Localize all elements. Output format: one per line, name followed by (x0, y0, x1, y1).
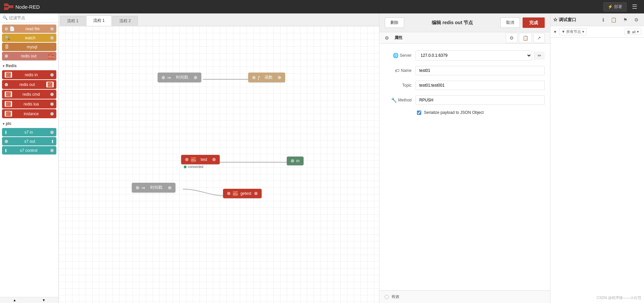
export-tab-icon-btn[interactable]: ↗ (533, 33, 545, 43)
sidebar-search-area: 🔍 (0, 13, 58, 23)
method-label: 🔧 Method (385, 97, 412, 103)
tab-flow2[interactable]: 流程 2 (112, 16, 138, 26)
sidebar-node-s7-control[interactable]: ⫿ s7 control (2, 146, 56, 155)
deploy-button[interactable]: ⚡ 部署 (603, 2, 627, 11)
port-right (50, 27, 54, 31)
right-panel-body (550, 38, 644, 303)
flow-node-getest[interactable]: 🧱 getest (223, 189, 262, 198)
cancel-button[interactable]: 取消 (500, 17, 520, 28)
server-edit-button[interactable]: ✏ (534, 51, 545, 60)
connected-dot (184, 166, 186, 168)
edit-panel-tabs: ⚙ 属性 ⚙ 📋 ↗ (379, 32, 550, 44)
sidebar: 🔍 📄 read file 🔍 watch 🗄 mysql (0, 13, 59, 303)
search-input[interactable] (9, 15, 59, 20)
node-red-logo-icon (4, 3, 13, 10)
menu-button[interactable]: ☰ (629, 2, 640, 12)
copyright-footer: CSDN @程序猿——小白范 (597, 295, 641, 300)
redis-getest-icon: 🧱 (232, 191, 238, 196)
sidebar-node-s7-in[interactable]: ⫿ s7 in (2, 128, 56, 136)
sidebar-node-redis-out2[interactable]: redis out 🧱 (2, 80, 56, 89)
filter-nodes-select[interactable]: ▼ 所有节点 ▾ (559, 28, 587, 35)
book-icon-btn[interactable]: 📋 (608, 16, 619, 24)
file-icon: 📄 (9, 26, 15, 31)
port-left (252, 76, 256, 79)
node-label: getest (239, 191, 252, 196)
canvas-area: 流程 1 流程 1 流程 2 ⇒ 时间戳 (59, 13, 379, 303)
svg-rect-1 (4, 7, 8, 10)
serialize-row: Serialize payload to JSON Object (417, 110, 545, 115)
sidebar-node-read-file[interactable]: 📄 read file (2, 25, 56, 33)
port-left (162, 76, 165, 79)
flow-node-func1[interactable]: ƒ 函数 (248, 73, 285, 82)
flow-node-test[interactable]: 🧱 test (181, 155, 220, 164)
method-select[interactable]: RPUSH LPUSH SET PUBLISH (416, 95, 545, 105)
node-label: 时间戳 (147, 185, 166, 190)
name-input[interactable] (416, 66, 545, 75)
sidebar-node-redis-cmd[interactable]: 🧱 redis cmd (2, 90, 56, 99)
info-icon-btn[interactable]: ℹ (600, 16, 607, 24)
name-form-row: 🏷 Name (385, 66, 545, 75)
sidebar-node-s7-out[interactable]: s7 out ⫿ (2, 137, 56, 145)
port-right (212, 158, 216, 161)
svg-line-4 (8, 7, 9, 9)
node-label: 时间戳 (172, 75, 192, 80)
node-label: redis out (9, 82, 45, 87)
filter-label: ▼ 所有节点 (561, 29, 581, 34)
sidebar-node-instance[interactable]: 🧱 instance (2, 109, 56, 118)
section-redis[interactable]: ▾ Redis (0, 61, 58, 70)
edit-panel-actions-left: 删除 (385, 17, 404, 28)
topbar-left: Node-RED (4, 3, 40, 10)
scroll-up-button[interactable]: ▲ (0, 297, 29, 303)
sidebar-node-watch[interactable]: 🔍 watch (2, 34, 56, 42)
sidebar-node-mysql[interactable]: 🗄 mysql (2, 43, 56, 51)
server-control: 127.0.0.1:6379 ✏ (416, 50, 545, 60)
globe-icon: 🌐 (393, 53, 398, 58)
instance-icon: 🧱 (5, 111, 12, 117)
filter-all-btn[interactable]: 🗑 all ▾ (625, 29, 641, 35)
svg-line-3 (8, 5, 9, 7)
node-label: watch (11, 36, 49, 40)
tabs-bar: 流程 1 流程 1 流程 2 (59, 13, 379, 26)
server-select[interactable]: 127.0.0.1:6379 (416, 51, 532, 60)
sidebar-node-redis-in[interactable]: 🧱 redis in (2, 70, 56, 79)
flow-node-m[interactable]: m (287, 157, 304, 165)
flag-icon-btn[interactable]: ⚑ (621, 16, 630, 24)
delete-button[interactable]: 删除 (385, 17, 404, 28)
filter-icon: ▼ (553, 30, 557, 34)
node-label: test (198, 157, 210, 162)
main-layout: 🔍 📄 read file 🔍 watch 🗄 mysql (0, 13, 644, 303)
port-right (254, 192, 258, 195)
flow-canvas[interactable]: ⇒ 时间戳 ƒ 函数 🧱 test (59, 26, 379, 303)
topic-input[interactable] (416, 81, 545, 90)
section-plc[interactable]: ▾ plc (0, 119, 58, 127)
copyright-text: CSDN @程序猿——小白范 (597, 296, 641, 300)
settings-tab-icon-btn[interactable]: ⚙ (506, 33, 518, 43)
topic-label: Topic (385, 83, 412, 88)
serialize-checkbox[interactable] (417, 111, 421, 115)
port-left (5, 140, 8, 143)
tab-flow1b[interactable]: 流程 1 (86, 15, 112, 26)
flow-node-shijian1[interactable]: ⇒ 时间戳 (158, 73, 201, 82)
edit-panel-title: 编辑 redis out 节点 (432, 20, 473, 26)
node-label: m (296, 159, 300, 163)
gear-tab-icon: ⚙ (385, 35, 389, 41)
right-panel-filter: ▼ ▼ 所有节点 ▾ 🗑 all ▾ (550, 26, 644, 38)
gear-icon-btn[interactable]: ⚙ (632, 16, 641, 24)
edit-panel-header: 删除 编辑 redis out 节点 取消 完成 (379, 13, 550, 32)
port-left (136, 186, 139, 189)
sidebar-node-redis-out[interactable]: redis out 🧱 (2, 52, 56, 60)
tab-flow1a[interactable]: 流程 1 (60, 16, 86, 26)
book-tab-icon-btn[interactable]: 📋 (519, 33, 532, 43)
flow-node-shijian2[interactable]: ⇒ 时间戳 (132, 183, 175, 192)
done-button[interactable]: 完成 (523, 17, 545, 28)
sidebar-node-redis-lua[interactable]: 🧱 redis lua (2, 99, 56, 109)
name-label: 🏷 Name (385, 68, 412, 73)
scroll-down-button[interactable]: ▼ (29, 297, 58, 303)
port-right (168, 186, 171, 189)
chevron-down-icon: ▾ (3, 122, 4, 126)
method-control: RPUSH LPUSH SET PUBLISH (416, 95, 545, 105)
db-icon: 🗄 (5, 44, 9, 49)
edit-panel: 删除 编辑 redis out 节点 取消 完成 ⚙ 属性 ⚙ 📋 ↗ 🌐 (379, 13, 550, 303)
port-right (50, 149, 54, 152)
port-left (185, 158, 189, 161)
